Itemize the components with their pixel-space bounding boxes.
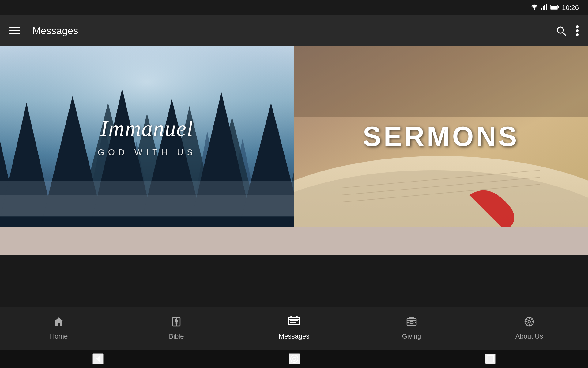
- nav-giving-label: Giving: [402, 332, 421, 340]
- svg-rect-1: [543, 6, 544, 10]
- svg-rect-49: [0, 227, 588, 255]
- svg-rect-47: [294, 46, 588, 117]
- about-icon: [524, 316, 535, 330]
- more-options-button[interactable]: [576, 25, 579, 36]
- svg-point-81: [291, 355, 298, 362]
- nav-item-messages[interactable]: Messages: [263, 313, 325, 343]
- more-options-icon: [576, 25, 579, 36]
- recents-icon: [486, 354, 495, 363]
- svg-rect-6: [551, 6, 557, 9]
- nav-about-label: About Us: [515, 332, 543, 340]
- card-sermons[interactable]: SERMONS The Life of John the Baptist Luk…: [294, 46, 588, 227]
- svg-marker-80: [96, 355, 100, 362]
- messages-icon: [288, 316, 300, 330]
- svg-line-78: [531, 319, 533, 320]
- content-area: Immanuel GOD WITH US Christmas Cantata: [0, 46, 588, 307]
- partial-card-row: [0, 227, 588, 255]
- svg-point-9: [576, 25, 579, 28]
- bottom-nav: Home Bible: [0, 307, 588, 350]
- app-bar-left: Messages: [9, 25, 78, 36]
- search-button[interactable]: [556, 25, 567, 36]
- svg-rect-5: [558, 6, 559, 8]
- svg-line-76: [526, 319, 528, 320]
- system-recents-button[interactable]: [485, 354, 496, 364]
- wifi-icon: [531, 4, 538, 11]
- card-left-overlay: Immanuel GOD WITH US: [0, 46, 294, 227]
- svg-point-10: [576, 29, 579, 32]
- svg-line-8: [563, 32, 566, 35]
- svg-rect-69: [410, 322, 413, 324]
- search-icon: [556, 25, 567, 36]
- home-circle-icon: [289, 354, 299, 364]
- status-icons: 10:26: [531, 4, 579, 12]
- nav-messages-label: Messages: [279, 332, 309, 340]
- sermons-title: SERMONS: [363, 121, 519, 152]
- status-time: 10:26: [562, 4, 579, 12]
- svg-line-79: [526, 324, 528, 325]
- home-icon: [53, 316, 64, 330]
- hamburger-menu-button[interactable]: [9, 27, 20, 34]
- nav-home-label: Home: [50, 332, 68, 340]
- bible-icon: [171, 316, 182, 330]
- card-christmas-cantata[interactable]: Immanuel GOD WITH US Christmas Cantata: [0, 46, 294, 227]
- media-grid: Immanuel GOD WITH US Christmas Cantata: [0, 46, 588, 227]
- nav-bible-label: Bible: [169, 332, 184, 340]
- svg-rect-83: [487, 355, 494, 362]
- battery-icon: [550, 5, 559, 11]
- svg-point-11: [576, 33, 579, 36]
- nav-item-bible[interactable]: Bible: [146, 313, 207, 343]
- god-with-us-subtitle: GOD WITH US: [98, 148, 196, 157]
- giving-icon: [406, 316, 417, 330]
- partial-card-image: [0, 227, 588, 255]
- svg-rect-0: [541, 8, 542, 10]
- svg-rect-3: [546, 4, 547, 10]
- svg-point-71: [528, 320, 530, 323]
- system-home-button[interactable]: [289, 353, 300, 364]
- nav-item-giving[interactable]: Giving: [381, 313, 442, 343]
- nav-item-home[interactable]: Home: [28, 313, 89, 343]
- system-back-button[interactable]: [92, 353, 104, 364]
- app-title: Messages: [32, 25, 78, 36]
- nav-item-about[interactable]: About Us: [499, 313, 560, 343]
- immanuel-title: Immanuel: [100, 116, 194, 141]
- app-bar: Messages: [0, 15, 588, 46]
- back-icon: [93, 354, 103, 364]
- svg-point-82: [293, 357, 296, 360]
- svg-rect-2: [544, 5, 545, 10]
- system-nav: [0, 350, 588, 368]
- svg-line-77: [531, 324, 533, 325]
- status-bar: 10:26: [0, 0, 588, 15]
- signal-icon: [541, 4, 547, 12]
- app-bar-right: [556, 25, 579, 36]
